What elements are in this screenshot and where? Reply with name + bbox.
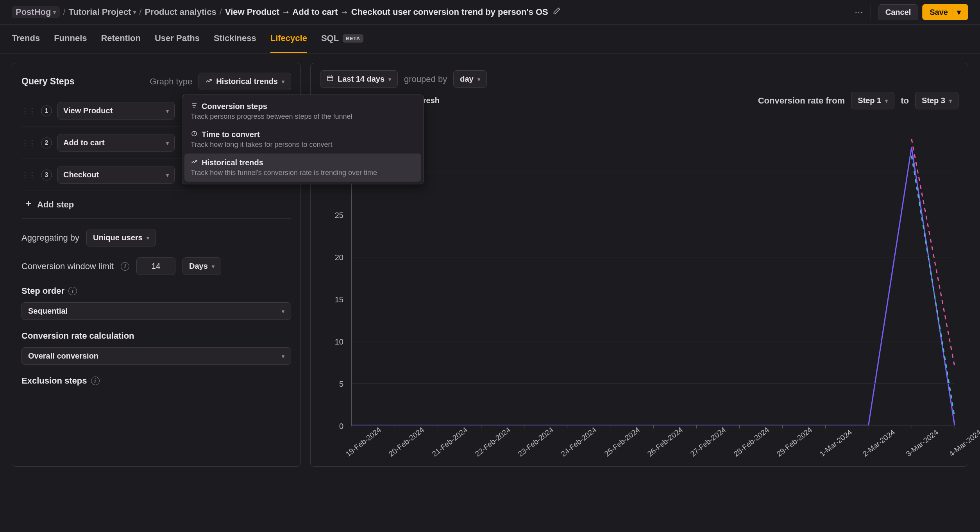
date-range-select[interactable]: Last 14 days ▾ bbox=[320, 70, 398, 88]
trend-icon bbox=[191, 158, 198, 167]
step-number: 1 bbox=[41, 105, 52, 116]
funnel-icon bbox=[191, 102, 198, 111]
x-axis-tick: 3-Mar-2024 bbox=[904, 428, 940, 459]
tab-lifecycle[interactable]: Lifecycle bbox=[270, 25, 307, 53]
chevron-down-icon: ▾ bbox=[282, 308, 284, 314]
x-axis-tick: 25-Feb-2024 bbox=[603, 425, 641, 458]
beta-badge: BETA bbox=[343, 34, 363, 43]
chevron-down-icon: ▾ bbox=[166, 172, 169, 178]
exclusion-steps-label: Exclusion steps bbox=[21, 376, 87, 386]
conversion-window-label: Conversion window limit bbox=[21, 261, 114, 271]
graph-type-dropdown: Conversion stepsTrack persons progress b… bbox=[182, 95, 424, 184]
step-order-select[interactable]: Sequential ▾ bbox=[21, 302, 291, 320]
info-icon[interactable]: i bbox=[91, 377, 100, 385]
y-axis-tick: 0 bbox=[339, 422, 343, 431]
tab-retention[interactable]: Retention bbox=[101, 25, 140, 53]
step-number: 2 bbox=[41, 137, 52, 148]
chevron-down-icon: ▾ bbox=[282, 79, 284, 85]
aggregating-label: Aggregating by bbox=[21, 233, 79, 243]
graph-type-option-historical-trends[interactable]: Historical trendsTrack how this funnel's… bbox=[184, 154, 421, 182]
clock-icon bbox=[191, 130, 198, 139]
conversion-rate-calc-label: Conversion rate calculation bbox=[21, 331, 134, 341]
aggregating-select[interactable]: Unique users ▾ bbox=[86, 229, 156, 246]
conversion-rate-calc-select[interactable]: Overall conversion ▾ bbox=[21, 347, 291, 365]
y-axis-tick: 10 bbox=[335, 337, 343, 346]
drag-handle-icon[interactable]: ⋮⋮ bbox=[21, 107, 36, 115]
breadcrumb-org[interactable]: PostHog▾ bbox=[12, 6, 60, 18]
edit-icon[interactable] bbox=[553, 7, 561, 17]
grouped-by-select[interactable]: day ▾ bbox=[453, 70, 486, 88]
conversion-window-unit-select[interactable]: Days ▾ bbox=[182, 257, 221, 275]
chart-series-line bbox=[912, 139, 955, 366]
chevron-down-icon: ▾ bbox=[133, 9, 136, 15]
drag-handle-icon[interactable]: ⋮⋮ bbox=[21, 171, 36, 179]
x-axis-tick: 28-Feb-2024 bbox=[732, 425, 771, 458]
x-axis-tick: 22-Feb-2024 bbox=[474, 425, 512, 458]
x-axis-tick: 1-Mar-2024 bbox=[818, 428, 854, 459]
step-event-select[interactable]: Add to cart▾ bbox=[57, 134, 175, 152]
x-axis-tick: 20-Feb-2024 bbox=[387, 425, 426, 458]
page-title: View Product → Add to cart → Checkout us… bbox=[225, 7, 561, 17]
tab-user-paths[interactable]: User Paths bbox=[155, 25, 200, 53]
calendar-icon bbox=[327, 75, 334, 84]
chevron-down-icon: ▾ bbox=[477, 76, 480, 82]
chevron-down-icon: ▾ bbox=[949, 98, 952, 104]
grouped-by-label: grouped by bbox=[404, 74, 447, 84]
x-axis-tick: 21-Feb-2024 bbox=[430, 425, 469, 458]
tab-trends[interactable]: Trends bbox=[12, 25, 40, 53]
chevron-down-icon: ▾ bbox=[885, 98, 888, 104]
x-axis-tick: 27-Feb-2024 bbox=[689, 425, 728, 458]
chevron-down-icon: ▾ bbox=[166, 108, 169, 114]
chevron-down-icon: ▾ bbox=[166, 140, 169, 146]
y-axis-tick: 20 bbox=[335, 253, 343, 262]
tab-funnels[interactable]: Funnels bbox=[54, 25, 87, 53]
chevron-down-icon: ▾ bbox=[282, 353, 284, 359]
drag-handle-icon[interactable]: ⋮⋮ bbox=[21, 139, 36, 147]
step-order-label: Step order bbox=[21, 286, 64, 296]
chevron-down-icon: ▾ bbox=[53, 9, 56, 15]
info-icon[interactable]: i bbox=[68, 287, 77, 295]
y-axis-tick: 25 bbox=[335, 211, 343, 220]
chevron-down-icon[interactable]: ▾ bbox=[953, 7, 961, 17]
y-axis-tick: 5 bbox=[339, 380, 343, 389]
x-axis-tick: 19-Feb-2024 bbox=[344, 425, 383, 458]
tab-sql[interactable]: SQLBETA bbox=[321, 25, 363, 53]
chevron-down-icon: ▾ bbox=[388, 76, 391, 82]
tab-stickiness[interactable]: Stickiness bbox=[214, 25, 256, 53]
conversion-rate-from-label: Conversion rate from bbox=[758, 96, 845, 106]
info-icon[interactable]: i bbox=[121, 262, 129, 271]
chevron-down-icon: ▾ bbox=[147, 235, 149, 241]
x-axis-tick: 24-Feb-2024 bbox=[560, 425, 598, 458]
insight-type-tabs: TrendsFunnelsRetentionUser PathsStickine… bbox=[0, 25, 980, 54]
step-event-select[interactable]: Checkout▾ bbox=[57, 166, 175, 184]
plus-icon bbox=[25, 200, 32, 210]
save-button[interactable]: Save ▾ bbox=[922, 4, 968, 20]
breadcrumb-section[interactable]: Product analytics bbox=[145, 7, 216, 17]
conversion-window-input[interactable] bbox=[136, 257, 175, 275]
chevron-down-icon: ▾ bbox=[212, 263, 215, 270]
x-axis-tick: 26-Feb-2024 bbox=[646, 425, 685, 458]
chart-series-line bbox=[352, 147, 955, 425]
more-menu-button[interactable]: ⋯ bbox=[855, 4, 871, 20]
step-event-select[interactable]: View Product▾ bbox=[57, 102, 175, 120]
to-label: to bbox=[901, 96, 909, 106]
cancel-button[interactable]: Cancel bbox=[878, 4, 919, 20]
x-axis-tick: 23-Feb-2024 bbox=[517, 425, 555, 458]
x-axis-tick: 29-Feb-2024 bbox=[775, 425, 814, 458]
breadcrumb: PostHog▾ / Tutorial Project▾ / Product a… bbox=[12, 6, 851, 18]
x-axis-tick: 2-Mar-2024 bbox=[861, 428, 897, 459]
graph-type-option-time-to-convert[interactable]: Time to convertTrack how long it takes f… bbox=[184, 125, 421, 154]
query-steps-title: Query Steps bbox=[21, 76, 143, 87]
step-from-select[interactable]: Step 1 ▾ bbox=[851, 92, 894, 109]
breadcrumb-project[interactable]: Tutorial Project▾ bbox=[69, 7, 136, 17]
graph-type-option-conversion-steps[interactable]: Conversion stepsTrack persons progress b… bbox=[184, 97, 421, 125]
step-to-select[interactable]: Step 3 ▾ bbox=[915, 92, 959, 109]
svg-rect-11 bbox=[327, 76, 333, 81]
y-axis-tick: 15 bbox=[335, 295, 343, 304]
graph-type-select[interactable]: Historical trends ▾ bbox=[199, 73, 291, 90]
trend-icon bbox=[205, 77, 212, 86]
add-step-button[interactable]: Add step bbox=[21, 191, 291, 219]
graph-type-label: Graph type bbox=[150, 77, 192, 87]
step-number: 3 bbox=[41, 170, 52, 180]
x-axis-tick: 4-Mar-2024 bbox=[948, 428, 980, 459]
